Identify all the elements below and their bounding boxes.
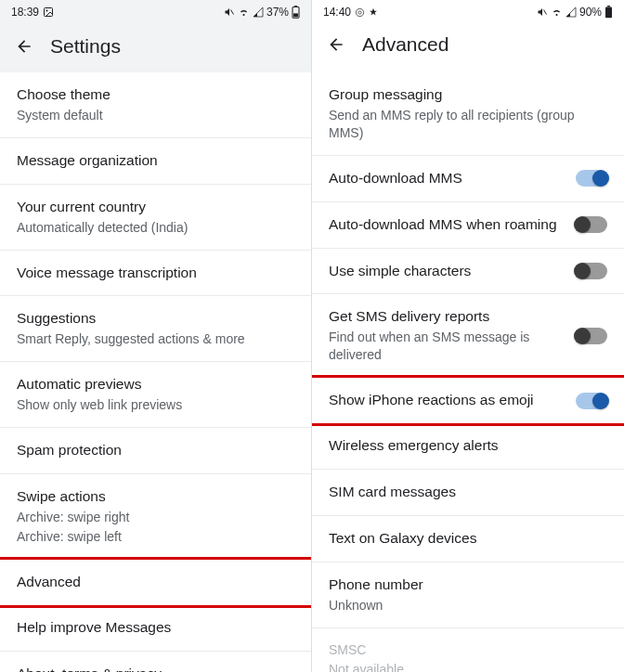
- svg-rect-9: [605, 6, 612, 18]
- svg-line-8: [543, 10, 546, 15]
- item-title: Auto-download MMS when roaming: [329, 215, 568, 235]
- item-title: Spam protection: [17, 441, 294, 460]
- toggle-delivery-reports[interactable]: [576, 328, 607, 344]
- item-spam-protection[interactable]: Spam protection: [0, 428, 311, 474]
- toggle-auto-download-mms[interactable]: [576, 170, 607, 187]
- header: Advanced: [312, 22, 624, 72]
- item-simple-characters[interactable]: Use simple characters: [312, 249, 624, 295]
- item-title: Phone number: [329, 575, 607, 595]
- signal-icon: [253, 6, 264, 18]
- item-subtitle: Find out when an SMS message is delivere…: [329, 329, 568, 364]
- item-delivery-reports[interactable]: Get SMS delivery reports Find out when a…: [312, 294, 624, 378]
- item-title: Advanced: [17, 573, 294, 592]
- settings-screen: 18:39 37% Settings Choose the: [0, 0, 312, 672]
- at-icon: [355, 7, 365, 18]
- status-time: 18:39: [11, 6, 39, 19]
- item-subtitle: Smart Reply, suggested actions & more: [17, 330, 294, 348]
- item-phone-number[interactable]: Phone number Unknown: [312, 562, 624, 628]
- item-smsc: SMSC Not available: [312, 628, 624, 672]
- item-title: Swipe actions: [17, 487, 294, 507]
- svg-point-1: [46, 10, 48, 12]
- back-button[interactable]: [15, 37, 33, 56]
- page-title: Advanced: [362, 33, 448, 56]
- star-icon: [369, 7, 378, 17]
- svg-rect-10: [607, 6, 610, 6]
- item-message-organization[interactable]: Message organization: [0, 138, 311, 185]
- wifi-icon: [238, 6, 250, 18]
- item-title: Suggestions: [17, 309, 294, 329]
- advanced-list: Group messaging Send an MMS reply to all…: [312, 72, 624, 672]
- item-title: Voice message transcription: [17, 264, 294, 283]
- item-choose-theme[interactable]: Choose theme System default: [0, 72, 311, 138]
- arrow-left-icon: [327, 35, 345, 54]
- item-help-improve[interactable]: Help improve Messages: [0, 605, 311, 652]
- signal-icon: [566, 6, 577, 18]
- toggle-simple-characters[interactable]: [576, 263, 607, 279]
- item-title: Auto-download MMS: [329, 169, 568, 188]
- toggle-auto-download-roaming[interactable]: [576, 216, 607, 233]
- wifi-icon: [551, 6, 563, 18]
- advanced-screen: 14:40 90% Advanced Group messaging: [312, 0, 624, 672]
- item-subtitle: Show only web link previews: [17, 396, 294, 414]
- svg-point-6: [356, 8, 363, 16]
- svg-point-7: [358, 10, 361, 13]
- svg-line-2: [230, 10, 233, 15]
- item-subtitle-2: Archive: swipe left: [17, 528, 294, 546]
- battery-icon: [604, 6, 613, 19]
- volume-mute-icon: [537, 6, 548, 18]
- image-icon: [43, 6, 54, 18]
- item-swipe-actions[interactable]: Swipe actions Archive: swipe right Archi…: [0, 474, 311, 560]
- item-title: Help improve Messages: [17, 618, 294, 638]
- toggle-iphone-reactions[interactable]: [576, 393, 607, 409]
- item-title: Wireless emergency alerts: [329, 436, 607, 456]
- status-battery-percent: 90%: [579, 6, 602, 19]
- item-text-galaxy[interactable]: Text on Galaxy devices: [312, 516, 624, 562]
- item-title: Group messaging: [329, 85, 607, 105]
- item-subtitle: Unknown: [329, 597, 607, 614]
- back-button[interactable]: [327, 35, 345, 54]
- item-wireless-alerts[interactable]: Wireless emergency alerts: [312, 423, 624, 470]
- item-title: Get SMS delivery reports: [329, 307, 568, 327]
- item-title: Your current country: [17, 198, 294, 217]
- svg-rect-5: [293, 13, 298, 17]
- item-automatic-previews[interactable]: Automatic previews Show only web link pr…: [0, 362, 311, 428]
- item-title: Message organization: [17, 151, 294, 171]
- item-title: Automatic previews: [17, 375, 294, 394]
- item-current-country[interactable]: Your current country Automatically detec…: [0, 185, 311, 251]
- item-subtitle: Send an MMS reply to all recipients (gro…: [329, 107, 607, 142]
- item-subtitle: Archive: swipe right: [17, 509, 294, 526]
- settings-list: Choose theme System default Message orga…: [0, 72, 311, 672]
- item-voice-transcription[interactable]: Voice message transcription: [0, 251, 311, 297]
- svg-rect-4: [294, 6, 297, 6]
- status-bar: 14:40 90%: [312, 0, 624, 22]
- item-auto-download-mms[interactable]: Auto-download MMS: [312, 156, 624, 202]
- item-title: Show iPhone reactions as emoji: [329, 391, 568, 410]
- arrow-left-icon: [15, 37, 33, 56]
- status-battery-percent: 37%: [266, 6, 289, 19]
- item-title: Choose theme: [17, 85, 294, 105]
- item-subtitle: System default: [17, 107, 294, 124]
- item-subtitle: Automatically detected (India): [17, 219, 294, 237]
- item-group-messaging[interactable]: Group messaging Send an MMS reply to all…: [312, 72, 624, 156]
- volume-mute-icon: [224, 6, 235, 18]
- item-auto-download-roaming[interactable]: Auto-download MMS when roaming: [312, 202, 624, 249]
- status-time: 14:40: [323, 6, 351, 19]
- page-title: Settings: [50, 35, 121, 58]
- battery-icon: [292, 6, 300, 19]
- item-title: About, terms & privacy: [17, 665, 294, 672]
- item-title: Use simple characters: [329, 262, 568, 281]
- item-title: SIM card messages: [329, 483, 607, 502]
- item-iphone-reactions[interactable]: Show iPhone reactions as emoji: [312, 375, 624, 426]
- svg-rect-0: [45, 8, 53, 17]
- item-title: Text on Galaxy devices: [329, 529, 607, 549]
- item-suggestions[interactable]: Suggestions Smart Reply, suggested actio…: [0, 296, 311, 362]
- item-subtitle: Not available: [329, 661, 607, 672]
- item-title: SMSC: [329, 641, 607, 659]
- item-advanced[interactable]: Advanced: [0, 557, 312, 608]
- item-sim-messages[interactable]: SIM card messages: [312, 470, 624, 516]
- item-about[interactable]: About, terms & privacy: [0, 652, 311, 672]
- header: Settings: [0, 22, 311, 72]
- status-bar: 18:39 37%: [0, 0, 311, 22]
